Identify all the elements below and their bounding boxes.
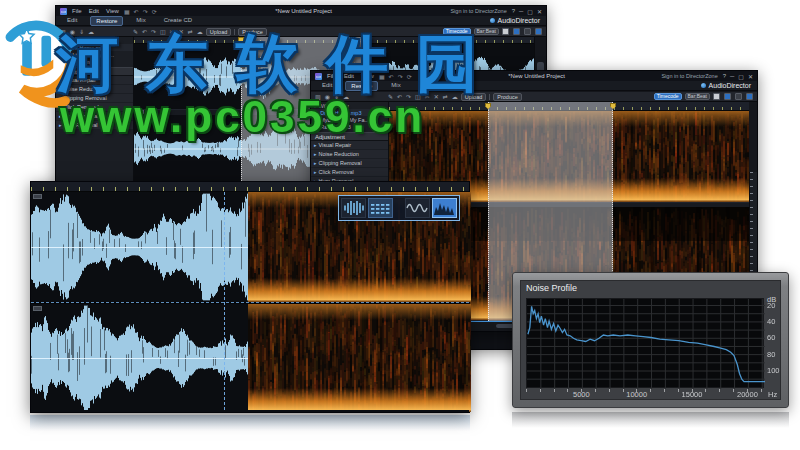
cloud-upload-icon[interactable]: ☁ <box>197 28 203 36</box>
adjustment-item-clipping-removal[interactable]: ▸Clipping Removal <box>56 94 133 102</box>
adjustment-item-visual-repair[interactable]: ▸Visual Repair <box>56 76 133 84</box>
menu-file[interactable]: File <box>327 73 337 79</box>
adjustment-item-noise-reduction[interactable]: ▸Noise Reduction <box>311 150 388 158</box>
redo-icon[interactable]: ↷ <box>406 93 411 101</box>
adjustment-item-noise-reduction[interactable]: ▸Noise Reduction <box>56 85 133 93</box>
cloud-upload-icon[interactable]: ☁ <box>452 93 458 101</box>
adjust-icon[interactable]: ✎ <box>388 93 393 101</box>
hz-scale-toggle-icon[interactable] <box>535 28 542 35</box>
tab-create-cd[interactable]: Create CD <box>159 16 197 26</box>
library-item[interactable]: ♪WildKat.wav <box>56 37 133 44</box>
spectrogram-canvas-channel-2[interactable] <box>248 304 471 412</box>
adjustment-item-click-removal[interactable]: ▸Click Removal <box>311 168 388 176</box>
cloud-icon[interactable]: ☁ <box>343 93 349 101</box>
tab-mix[interactable]: Mix <box>131 16 150 26</box>
menu-edit[interactable]: Edit <box>344 73 354 79</box>
minimize-icon[interactable]: ─ <box>730 73 734 80</box>
db-scale-toggle-icon[interactable] <box>524 28 531 35</box>
tab-edit[interactable]: Edit <box>62 16 82 26</box>
library-item[interactable]: ✎MyLife with My Fa... <box>56 51 133 58</box>
menu-file[interactable]: File <box>72 8 82 14</box>
adjust-icon[interactable]: ✎ <box>133 28 138 36</box>
menu-edit[interactable]: Edit <box>89 8 99 14</box>
produce-button[interactable]: Produce <box>238 28 267 36</box>
adjustment-item-visual-repair[interactable]: ▸Visual Repair <box>311 141 388 149</box>
mix-icon[interactable]: ⇄ <box>188 28 193 36</box>
tab-mix[interactable]: Mix <box>386 81 405 91</box>
spectral-toggle-icon[interactable] <box>724 93 731 100</box>
timecode-button[interactable]: Timecode <box>443 28 471 35</box>
signin-link[interactable]: Sign in to DirectorZone <box>661 73 717 79</box>
produce-button[interactable]: Produce <box>493 93 522 101</box>
adjustment-item-hum-removal[interactable]: ▸Hum Removal <box>56 112 133 120</box>
delete-icon[interactable]: ✕ <box>434 93 439 101</box>
db-scale-toggle-icon[interactable] <box>735 93 742 100</box>
copy-icon[interactable]: ◫ <box>415 93 421 101</box>
cloud-icon[interactable]: ☁ <box>88 28 94 36</box>
waveform-canvas-channel-1[interactable] <box>31 192 248 302</box>
menu-view[interactable]: View <box>106 8 119 14</box>
library-item[interactable]: ✎Rainfall.mp3 <box>311 123 388 130</box>
reset-icon[interactable]: ⟳ <box>407 73 412 80</box>
spectral-toggle-icon[interactable] <box>513 28 520 35</box>
undo-icon[interactable]: ↶ <box>142 28 147 36</box>
library-item[interactable]: ✎MyLife with My Fa... <box>311 116 388 123</box>
undo-icon[interactable]: ↶ <box>397 93 402 101</box>
close-icon[interactable]: ✕ <box>748 73 753 80</box>
redo-icon[interactable]: ↷ <box>143 8 148 15</box>
signin-link[interactable]: Sign in to DirectorZone <box>450 8 506 14</box>
mix-icon[interactable]: ⇄ <box>443 93 448 101</box>
help-icon[interactable]: ? <box>723 73 726 80</box>
waveform-toggle-icon[interactable] <box>502 28 509 35</box>
waveform-canvas-channel-2[interactable] <box>31 304 248 412</box>
library-item[interactable]: ✎Rainfall.mp3 <box>56 58 133 65</box>
reset-icon[interactable]: ⟳ <box>152 8 157 15</box>
cut-icon[interactable]: ✂ <box>170 28 175 36</box>
music-note-icon: ♪ <box>314 103 317 109</box>
tab-edit[interactable]: Edit <box>317 81 337 91</box>
download-icon[interactable]: ⇓ <box>334 93 339 101</box>
minimize-icon[interactable]: ─ <box>519 8 523 15</box>
layout-icon[interactable]: ▦ <box>124 8 130 15</box>
redo-icon[interactable]: ↷ <box>151 28 156 36</box>
wave-line-icon[interactable] <box>405 198 430 218</box>
spectral-view-icon[interactable] <box>432 198 457 218</box>
record-icon[interactable]: ◉ <box>325 93 330 101</box>
barbeat-button[interactable]: Bar;Beat <box>474 28 499 35</box>
tab-restore[interactable]: Restore <box>90 16 123 26</box>
menu-view[interactable]: View <box>361 73 374 79</box>
library-item[interactable]: ✎Drive Home.mp3 <box>56 44 133 51</box>
adjustment-item-hiss-removal[interactable]: ▸Hiss Removal <box>56 121 133 129</box>
copy-icon[interactable]: ◫ <box>160 28 166 36</box>
timeline-ruler[interactable] <box>31 182 469 192</box>
x-tick-label: 15000 <box>682 390 703 399</box>
close-icon[interactable]: ✕ <box>537 8 542 15</box>
waveform-view-icon[interactable] <box>341 198 366 218</box>
hz-scale-toggle-icon[interactable] <box>746 93 753 100</box>
layout-icon[interactable]: ▦ <box>379 73 385 80</box>
import-icon[interactable]: ▥ <box>315 93 321 101</box>
undo-icon[interactable]: ↶ <box>134 8 139 15</box>
download-icon[interactable]: ⇓ <box>79 28 84 36</box>
adjustment-item-click-removal[interactable]: ▸Click Removal <box>56 103 133 111</box>
adjustment-item-clipping-removal[interactable]: ▸Clipping Removal <box>311 159 388 167</box>
timecode-button[interactable]: Timecode <box>654 93 682 100</box>
redo-icon[interactable]: ↷ <box>398 73 403 80</box>
maximize-icon[interactable]: ▢ <box>527 8 533 15</box>
upload-button[interactable]: Upload <box>461 93 486 101</box>
upload-button[interactable]: Upload <box>206 28 231 36</box>
maximize-icon[interactable]: ▢ <box>738 73 744 80</box>
tab-restore[interactable]: Restore <box>345 81 378 91</box>
help-icon[interactable]: ? <box>512 8 515 15</box>
delete-icon[interactable]: ✕ <box>179 28 184 36</box>
waveform-toggle-icon[interactable] <box>713 93 720 100</box>
library-item[interactable]: ♪WildKat.wav <box>311 102 388 109</box>
cut-icon[interactable]: ✂ <box>425 93 430 101</box>
barbeat-button[interactable]: Bar;Beat <box>685 93 710 100</box>
import-icon[interactable]: ▥ <box>60 28 66 36</box>
library-item[interactable]: ✎Drive Home.mp3 <box>311 109 388 116</box>
tab-create-cd[interactable]: Create CD <box>414 81 452 91</box>
undo-icon[interactable]: ↶ <box>389 73 394 80</box>
channels-view-icon[interactable] <box>368 198 393 218</box>
record-icon[interactable]: ◉ <box>70 28 75 36</box>
